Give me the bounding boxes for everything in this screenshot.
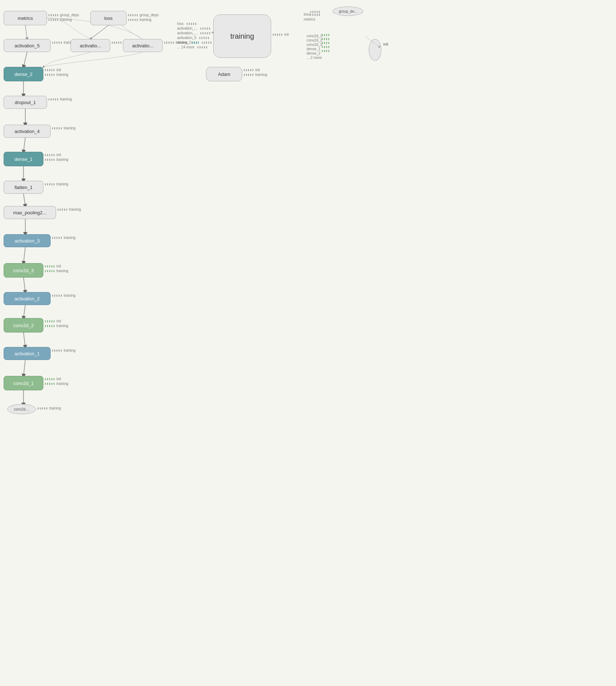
label: activation_5 bbox=[177, 36, 196, 40]
connector-dot bbox=[45, 69, 55, 71]
label-init: init bbox=[383, 42, 388, 46]
connector-dot bbox=[52, 350, 62, 352]
node-dropout-1[interactable]: dropout_1 bbox=[4, 96, 47, 109]
port-label-training: training bbox=[60, 18, 72, 22]
label: activation_... bbox=[177, 31, 197, 35]
node-activatio-2[interactable]: activatio... bbox=[123, 39, 163, 52]
activation3-port-training: training bbox=[52, 236, 76, 240]
edges-layer bbox=[0, 0, 616, 686]
right-metrics-label: metrics bbox=[304, 17, 315, 22]
node-loss-label: loss bbox=[104, 16, 112, 21]
right-label-dense2: dense_2 bbox=[307, 51, 322, 55]
node-conv2d-input[interactable]: conv2d.... bbox=[7, 404, 36, 414]
metrics-port-group-deps: group_deps bbox=[48, 13, 79, 17]
metrics-ports: group_deps training bbox=[48, 13, 79, 22]
connector-dot bbox=[310, 14, 320, 16]
node-conv2d-3-label: conv2d_3 bbox=[13, 268, 34, 273]
node-dense-1[interactable]: dense_1 bbox=[4, 152, 43, 166]
node-activation-5[interactable]: activation_5 bbox=[4, 39, 51, 52]
connector-dot bbox=[310, 11, 320, 13]
training-input-more: ... 14 more bbox=[177, 45, 212, 49]
port-label: training bbox=[64, 236, 76, 240]
port-label: training bbox=[176, 40, 188, 44]
svg-line-13 bbox=[23, 360, 25, 376]
node-activation-5-label: activation_5 bbox=[14, 43, 39, 48]
node-training-main[interactable]: training bbox=[213, 14, 271, 58]
node-metrics[interactable]: metrics bbox=[4, 11, 47, 25]
connector-conv2d1 bbox=[322, 34, 330, 36]
connector-dense2 bbox=[322, 50, 330, 52]
port-label: training bbox=[56, 73, 68, 77]
activation1-ports: training bbox=[52, 348, 76, 352]
conv2d1-port-training: training bbox=[45, 382, 68, 386]
dense1-port-training: training bbox=[45, 158, 68, 162]
activation3-ports: training bbox=[52, 236, 76, 240]
node-conv2d-2[interactable]: conv2d_2 bbox=[4, 318, 43, 333]
node-dense-1-label: dense_1 bbox=[14, 157, 33, 162]
port-label: training bbox=[56, 324, 68, 328]
conv2d3-ports: init training bbox=[45, 264, 68, 273]
adam-port-init: init bbox=[244, 68, 267, 72]
dense2-port-init: init bbox=[45, 68, 68, 72]
node-activation-2[interactable]: activation_2 bbox=[4, 292, 51, 305]
dropout1-ports: training bbox=[48, 97, 72, 101]
flatten1-ports: training bbox=[45, 182, 68, 186]
svg-line-2 bbox=[23, 52, 27, 67]
right-label-conv2d1: conv2d_1 bbox=[307, 34, 322, 38]
connector-dot bbox=[187, 23, 197, 25]
connector-dot bbox=[45, 378, 55, 380]
training-input-activation5: activation_5 bbox=[177, 36, 212, 40]
port-label: init bbox=[56, 264, 61, 268]
connector-dot bbox=[48, 19, 59, 21]
label: ... 14 more bbox=[177, 45, 194, 49]
conv2d2-port-training: training bbox=[45, 324, 68, 328]
dropout1-port-training: training bbox=[48, 97, 72, 101]
right-top-ports bbox=[310, 11, 320, 16]
node-group-de-top[interactable]: group_de... bbox=[333, 7, 363, 16]
right-node-labels: conv2d_1 conv2d_2 conv2d_3 dense_1 dense… bbox=[307, 34, 322, 60]
port-label: training bbox=[56, 382, 68, 386]
node-activation-4[interactable]: activation_4 bbox=[4, 125, 51, 138]
connector-dot bbox=[45, 383, 55, 385]
node-max-pooling[interactable]: max_pooling2... bbox=[4, 206, 56, 219]
node-loss[interactable]: loss bbox=[90, 11, 127, 25]
node-dense-2[interactable]: dense_2 bbox=[4, 67, 43, 81]
right-label-conv2d2: conv2d_2 bbox=[307, 38, 322, 42]
port-label: training bbox=[56, 158, 68, 162]
port-label: training bbox=[69, 207, 81, 211]
connector-dot bbox=[45, 325, 55, 327]
svg-line-7 bbox=[23, 194, 25, 206]
node-activation-3[interactable]: activation_3 bbox=[4, 234, 51, 247]
connector-dot bbox=[52, 42, 62, 44]
node-activation-4-label: activation_4 bbox=[14, 129, 39, 134]
node-conv2d-3[interactable]: conv2d_3 bbox=[4, 263, 43, 278]
node-activation-1[interactable]: activation_1 bbox=[4, 347, 51, 360]
connector-dot bbox=[52, 295, 62, 297]
svg-line-12 bbox=[23, 333, 25, 347]
flatten1-port-training: training bbox=[45, 182, 68, 186]
node-flatten-1-label: flatten_1 bbox=[14, 185, 33, 190]
activation2-ports: training bbox=[52, 293, 76, 297]
connector-dot bbox=[45, 320, 55, 322]
connector-dot bbox=[244, 74, 254, 76]
port-label: training bbox=[255, 73, 267, 77]
connector-dot bbox=[57, 209, 68, 211]
node-adam[interactable]: Adam bbox=[206, 67, 242, 81]
node-activation-1-label: activation_1 bbox=[14, 351, 39, 356]
dense2-ports: init training bbox=[45, 68, 68, 77]
connector-dot bbox=[197, 46, 208, 48]
node-flatten-1[interactable]: flatten_1 bbox=[4, 181, 43, 194]
port-label: training bbox=[56, 269, 68, 273]
connector-dot bbox=[48, 14, 59, 16]
training-input-activation2: activation_... bbox=[177, 31, 212, 35]
node-activation-3-label: activation_3 bbox=[14, 238, 39, 244]
node-activatio-1[interactable]: activatio... bbox=[70, 39, 110, 52]
training-output-init: init bbox=[273, 33, 289, 37]
port-label: init bbox=[56, 319, 61, 323]
connector-dot bbox=[45, 270, 55, 272]
conv2d-input-port-training: training bbox=[38, 406, 61, 410]
adam-port-training: training bbox=[244, 73, 267, 77]
node-init-ellipse[interactable] bbox=[369, 39, 381, 61]
node-conv2d-1[interactable]: conv2d_1 bbox=[4, 376, 43, 390]
connector-conv2d3 bbox=[322, 42, 330, 44]
